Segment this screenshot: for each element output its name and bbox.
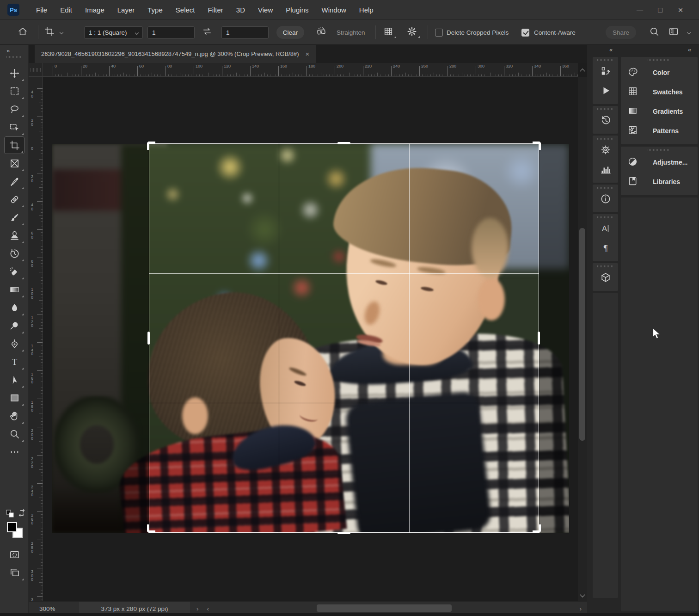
dodge-tool[interactable]: [4, 317, 25, 334]
foreground-color-swatch[interactable]: [7, 522, 17, 532]
status-expand-icon[interactable]: ›: [196, 605, 199, 612]
panel-tab-color[interactable]: Color: [621, 63, 698, 82]
navigator-panel-button[interactable]: [593, 141, 618, 160]
menu-select[interactable]: Select: [169, 3, 202, 17]
toolbar-grip[interactable]: [6, 56, 22, 58]
pen-tool[interactable]: [4, 335, 25, 352]
clone-stamp-tool[interactable]: [4, 227, 25, 244]
hand-tool[interactable]: [4, 407, 25, 425]
crop-handle-right[interactable]: [538, 332, 540, 345]
panel-grip[interactable]: [597, 59, 613, 61]
crop-tool-preset[interactable]: [44, 20, 63, 45]
gradient-tool[interactable]: [4, 281, 25, 298]
panel-tab-patterns[interactable]: Patterns: [621, 121, 698, 141]
panel-grip[interactable]: [648, 149, 669, 151]
tab-close-icon[interactable]: ×: [305, 50, 309, 58]
eyedropper-tool[interactable]: [4, 172, 25, 190]
crop-handle-top-right[interactable]: [533, 142, 541, 150]
quick-mask-button[interactable]: [4, 546, 25, 563]
crop-box[interactable]: [149, 143, 539, 533]
crop-handle-top-left[interactable]: [147, 142, 155, 150]
panel-grip[interactable]: [597, 265, 613, 267]
screen-mode-button[interactable]: [4, 564, 25, 581]
panel-grip[interactable]: [597, 138, 613, 140]
menu-image[interactable]: Image: [79, 3, 111, 17]
workspace-button[interactable]: [668, 20, 679, 45]
spot-healing-brush-tool[interactable]: [4, 191, 25, 208]
canvas-area[interactable]: [43, 77, 578, 601]
panel-tab-adjustme[interactable]: Adjustme...: [621, 153, 698, 172]
panel-tab-libraries[interactable]: Libraries: [621, 172, 698, 191]
horizontal-ruler[interactable]: 0204060801001201401601802002202402602803…: [43, 63, 578, 77]
info-panel-button[interactable]: [593, 190, 618, 209]
crop-tool[interactable]: [4, 136, 25, 154]
rectangular-marquee-tool[interactable]: [4, 82, 25, 100]
object-selection-tool[interactable]: [4, 118, 25, 136]
scroll-up-icon[interactable]: [580, 68, 585, 74]
brush-tool[interactable]: [4, 209, 25, 226]
history-panel-button[interactable]: [593, 111, 618, 131]
crop-handle-left[interactable]: [147, 332, 150, 345]
panel-grip[interactable]: [597, 187, 613, 189]
foreground-background-swatches[interactable]: [7, 522, 24, 539]
lasso-tool[interactable]: [4, 100, 25, 118]
menu-plugins[interactable]: Plugins: [279, 3, 315, 17]
zoom-level[interactable]: 300%: [39, 605, 72, 612]
swap-colors-icon[interactable]: [18, 509, 26, 519]
histogram-panel-button[interactable]: [593, 160, 618, 180]
overlay-options-button[interactable]: [383, 20, 395, 45]
maximize-button[interactable]: □: [650, 3, 670, 17]
version-history-panel-button[interactable]: [593, 62, 618, 82]
ruler-origin-corner[interactable]: [29, 63, 43, 77]
edit-toolbar-tool[interactable]: [4, 443, 25, 461]
panel-grip[interactable]: [597, 108, 613, 110]
collapse-panels-icon[interactable]: «: [688, 46, 691, 53]
crop-handle-top[interactable]: [337, 142, 350, 144]
menu-filter[interactable]: Filter: [202, 3, 230, 17]
eraser-tool[interactable]: [4, 263, 25, 280]
crop-handle-bottom[interactable]: [337, 532, 350, 534]
path-selection-tool[interactable]: [4, 371, 25, 388]
rectangle-tool[interactable]: [4, 389, 25, 407]
swap-width-height-button[interactable]: [202, 20, 212, 45]
collapse-rail-icon[interactable]: «: [609, 46, 613, 53]
menu-view[interactable]: View: [251, 3, 279, 17]
panel-grip[interactable]: [597, 216, 613, 218]
home-button[interactable]: [18, 20, 28, 45]
vertical-scrollbar[interactable]: [578, 77, 587, 601]
history-brush-tool[interactable]: [4, 245, 25, 262]
hscroll-right-icon[interactable]: ›: [580, 605, 582, 612]
minimize-button[interactable]: —: [630, 3, 650, 17]
content-aware-checkbox[interactable]: [521, 20, 529, 45]
straighten-button[interactable]: [316, 20, 326, 45]
blur-tool[interactable]: [4, 299, 25, 316]
horizontal-scrollbar-thumb[interactable]: [317, 604, 452, 612]
frame-tool[interactable]: [4, 154, 25, 172]
crop-width-input[interactable]: 1: [147, 26, 195, 39]
crop-height-input[interactable]: 1: [221, 26, 269, 39]
vertical-ruler[interactable]: 4020020406080100120140160180200220240260…: [29, 77, 43, 601]
aspect-ratio-dropdown[interactable]: 1 : 1 (Square): [84, 26, 143, 39]
crop-options-button[interactable]: [407, 20, 419, 45]
workspace-chevron[interactable]: [687, 20, 690, 45]
menu-help[interactable]: Help: [353, 3, 380, 17]
zoom-tool[interactable]: [4, 425, 25, 443]
close-button[interactable]: ×: [670, 3, 691, 17]
menu-layer[interactable]: Layer: [111, 3, 141, 17]
menu-edit[interactable]: Edit: [54, 3, 79, 17]
toolbar-overflow-icon[interactable]: »: [6, 47, 9, 54]
menu-type[interactable]: Type: [141, 3, 169, 17]
panel-tab-gradients[interactable]: Gradients: [621, 102, 698, 121]
menu-3d[interactable]: 3D: [230, 3, 251, 17]
type-tool[interactable]: T: [4, 353, 25, 370]
move-tool[interactable]: [4, 64, 25, 82]
default-colors-icon[interactable]: [6, 510, 15, 520]
menu-window[interactable]: Window: [315, 3, 352, 17]
document-tab[interactable]: 263979028_465619031602296_90163415689287…: [35, 45, 316, 63]
search-button[interactable]: [649, 20, 659, 45]
clear-button[interactable]: Clear: [276, 26, 304, 39]
panel-grip[interactable]: [648, 59, 669, 61]
3d-panel-button[interactable]: [593, 269, 618, 288]
vertical-scrollbar-thumb[interactable]: [579, 228, 585, 441]
actions-panel-button[interactable]: [593, 82, 618, 101]
